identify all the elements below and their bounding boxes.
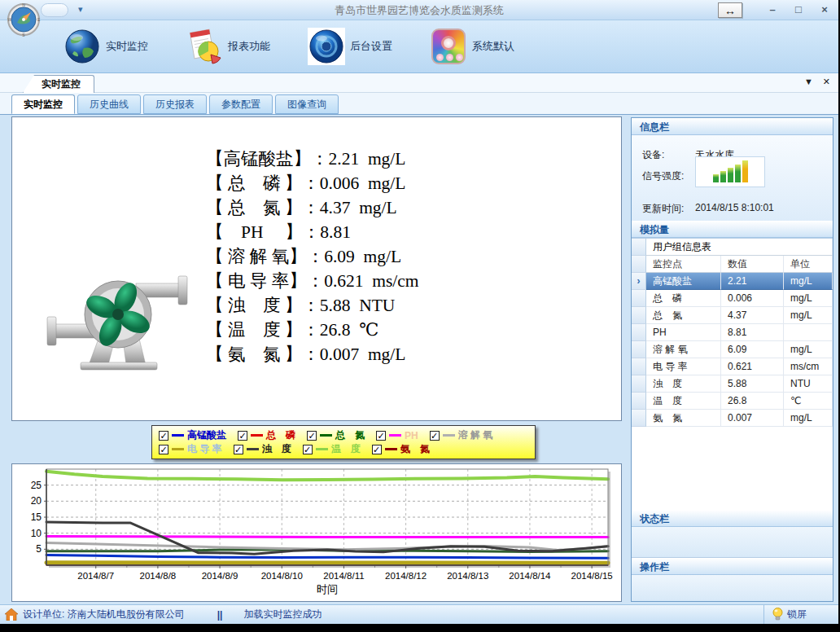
main-toolbar: 实时监控 <box>0 20 838 73</box>
table-cell-unit[interactable]: ℃ <box>784 393 833 410</box>
svg-text:2014/8/11: 2014/8/11 <box>323 571 364 581</box>
table-cell-name[interactable]: 温 度 <box>646 393 721 410</box>
subtab-0[interactable]: 实时监控 <box>11 94 75 114</box>
operation-section-header[interactable]: 操作栏 <box>632 558 833 575</box>
info-section-header[interactable]: 信息栏 <box>632 118 833 135</box>
svg-text:5: 5 <box>36 543 42 555</box>
table-cell-name[interactable]: 总 磷 <box>646 290 721 307</box>
subtab-2[interactable]: 历史报表 <box>143 94 207 114</box>
trend-chart-panel: 5101520252014/8/72014/8/82014/8/92014/8/… <box>11 463 622 602</box>
table-cell-unit[interactable] <box>784 324 833 341</box>
legend-label: 氨 氮 <box>400 442 430 456</box>
toolbar-button-realtime[interactable]: 实时监控 <box>59 25 153 68</box>
table-cell-unit[interactable]: mg/L <box>784 307 833 324</box>
row-selector[interactable] <box>632 307 646 324</box>
legend-checkbox[interactable]: ✓ <box>303 445 313 454</box>
row-selector[interactable] <box>632 341 646 358</box>
table-cell-value[interactable]: 5.88 <box>721 375 784 393</box>
reading-line-8: 【 氨 氮 】：0.007 mg/L <box>206 342 419 366</box>
quick-access-pill[interactable] <box>41 3 68 17</box>
svg-text:25: 25 <box>31 480 42 491</box>
legend-checkbox[interactable]: ✓ <box>159 431 168 441</box>
legend-item: ✓电 导 率 <box>159 442 222 456</box>
legend-item: ✓氨 氮 <box>372 442 430 456</box>
legend-item: ✓总 磷 <box>238 428 295 442</box>
legend-item: ✓浊 度 <box>234 442 291 456</box>
table-cell-name[interactable]: 高锰酸盐 <box>646 273 721 290</box>
lens-icon <box>308 28 345 65</box>
table-cell-unit[interactable]: mg/L <box>784 273 833 290</box>
row-selector[interactable]: › <box>632 273 646 290</box>
compass-icon: N S W E <box>6 2 42 37</box>
subtab-1[interactable]: 历史曲线 <box>77 94 141 114</box>
table-cell-value[interactable]: 0.621 <box>721 358 784 375</box>
table-cell-unit[interactable]: NTU <box>784 375 833 393</box>
toolbar-button-system[interactable]: 系统默认 <box>425 25 519 68</box>
legend-label: PH <box>405 430 418 441</box>
tab-close-icon[interactable]: ✕ <box>823 77 830 87</box>
table-cell-name[interactable]: 溶 解 氧 <box>646 341 721 358</box>
toolbar-button-reports[interactable]: 报表功能 <box>181 25 275 68</box>
legend-label: 总 氮 <box>335 428 365 442</box>
close-button[interactable]: × <box>817 2 832 17</box>
legend-item: ✓高锰酸盐 <box>159 428 226 442</box>
tab-realtime-monitor[interactable]: 实时监控 <box>23 75 94 93</box>
row-selector[interactable] <box>632 358 646 375</box>
palette-icon <box>430 28 467 65</box>
table-cell-value[interactable]: 4.37 <box>721 307 784 324</box>
legend-checkbox[interactable]: ✓ <box>159 445 168 454</box>
row-selector[interactable] <box>632 375 646 393</box>
toolbar-button-backend[interactable]: 后台设置 <box>303 25 397 68</box>
reading-line-2: 【 总 氮 】：4.37 mg/L <box>206 195 419 220</box>
legend-checkbox[interactable]: ✓ <box>376 431 386 441</box>
table-cell-name[interactable]: PH <box>646 324 721 341</box>
chevron-down-icon[interactable]: ▾ <box>78 4 83 15</box>
legend-color-dash <box>389 434 401 437</box>
legend-label: 电 导 率 <box>187 442 222 456</box>
table-cell-value[interactable]: 8.81 <box>721 324 784 341</box>
table-cell-unit[interactable]: mg/L <box>784 341 833 358</box>
table-cell-unit[interactable]: mg/L <box>784 410 833 427</box>
analog-section-header[interactable]: 模拟量 <box>632 221 833 238</box>
table-cell-value[interactable]: 2.21 <box>721 273 784 290</box>
lock-screen-button[interactable]: 锁屏 <box>763 605 838 624</box>
subtab-3[interactable]: 参数配置 <box>209 94 273 114</box>
table-column-header-2: 单位 <box>784 256 833 273</box>
table-cell-name[interactable]: 总 氮 <box>646 307 721 324</box>
subtab-4[interactable]: 图像查询 <box>275 94 339 114</box>
table-cell-name[interactable]: 氨 氮 <box>646 410 721 427</box>
table-cell-unit[interactable]: ms/cm <box>784 358 833 375</box>
window-title: 青岛市世界园艺博览会水质监测系统 <box>0 3 838 18</box>
compass-app-icon[interactable]: N S W E <box>6 2 42 37</box>
legend-checkbox[interactable]: ✓ <box>372 445 382 454</box>
minimize-button[interactable]: – <box>765 2 780 17</box>
legend-checkbox[interactable]: ✓ <box>238 431 247 441</box>
legend-label: 浊 度 <box>262 442 291 456</box>
svg-text:N: N <box>22 2 25 7</box>
row-selector[interactable] <box>632 410 646 427</box>
resize-arrows-button[interactable]: ↔ <box>718 2 742 18</box>
table-cell-value[interactable]: 0.006 <box>721 290 784 307</box>
legend-checkbox[interactable]: ✓ <box>234 445 243 454</box>
operation-section-body <box>632 575 833 601</box>
signal-bar-2 <box>728 168 733 182</box>
svg-text:2014/8/8: 2014/8/8 <box>140 571 177 581</box>
row-selector[interactable] <box>632 324 646 341</box>
tab-list-dropdown-icon[interactable]: ▼ <box>804 77 813 87</box>
legend-checkbox[interactable]: ✓ <box>307 431 317 441</box>
table-cell-name[interactable]: 电 导 率 <box>646 358 721 375</box>
legend-checkbox[interactable]: ✓ <box>430 431 440 441</box>
table-cell-name[interactable]: 浊 度 <box>646 375 721 393</box>
table-cell-value[interactable]: 26.8 <box>721 393 784 410</box>
row-selector[interactable] <box>632 290 646 307</box>
maximize-button[interactable]: □ <box>791 2 806 17</box>
reading-line-6: 【 浊 度 】：5.88 NTU <box>206 293 419 318</box>
table-cell-value[interactable]: 6.09 <box>721 341 784 358</box>
table-title: 用户组信息表 <box>646 239 833 256</box>
statusbar-divider: || <box>217 609 223 621</box>
table-cell-value[interactable]: 0.007 <box>721 410 784 427</box>
table-cell-unit[interactable]: mg/L <box>784 290 833 307</box>
status-section-header[interactable]: 状态栏 <box>632 510 833 527</box>
row-selector[interactable] <box>632 393 646 410</box>
legend-label: 总 磷 <box>266 428 295 442</box>
